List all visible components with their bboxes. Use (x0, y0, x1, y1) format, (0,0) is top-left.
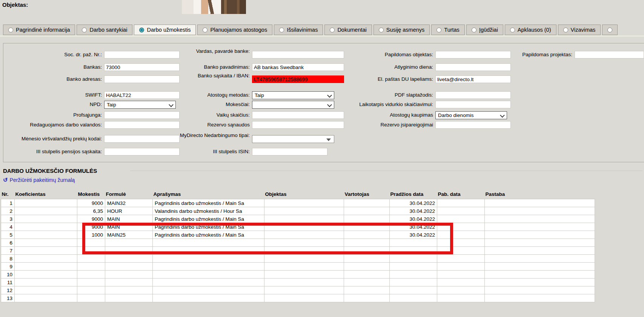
cell-mokestis[interactable] (77, 279, 105, 286)
cell-pab_data[interactable] (437, 286, 485, 294)
cell-objektas[interactable] (264, 255, 344, 263)
cell-pradzios_data[interactable]: 30.04.2022 (390, 207, 437, 215)
cell-koeficientas[interactable] (15, 239, 77, 247)
cell-formule[interactable] (105, 247, 153, 255)
tab-pagrindine-informacija[interactable]: Pagrindinė informacija (3, 25, 75, 35)
cell-pradzios_data[interactable]: 30.04.2022 (390, 231, 437, 239)
cell-objektas[interactable] (264, 215, 344, 223)
cell-formule[interactable]: MAIN (105, 223, 153, 231)
cell-formule[interactable]: MAIN25 (105, 231, 153, 239)
cell-aprasymas[interactable] (153, 286, 264, 294)
tab-dokumentai[interactable]: Dokumentai (324, 25, 372, 35)
cell-aprasymas[interactable] (153, 263, 264, 271)
cell-mokestis[interactable] (77, 239, 105, 247)
changelog-link[interactable]: ↺ Peržiūrėti pakeitimų žurnalą (3, 177, 75, 183)
tab-turtas[interactable]: Turtas (431, 25, 465, 35)
cell-vartotojas[interactable] (344, 247, 390, 255)
tab-darbo-santykiai[interactable]: Darbo santykiai (77, 25, 132, 35)
cell-formule[interactable] (105, 286, 153, 294)
cell-mokestis[interactable] (77, 247, 105, 255)
cell-koeficientas[interactable] (15, 255, 77, 263)
tab-planuojamos-atostogos[interactable]: Planuojamos atostogos (197, 25, 272, 35)
cell-pab_data[interactable] (437, 271, 485, 279)
cell-aprasymas[interactable]: Pagrindinis darbo užmokestis / Main Sa (153, 215, 264, 223)
cell-objektas[interactable] (264, 231, 344, 239)
cell-vartotojas[interactable] (344, 199, 390, 207)
cell-pradzios_data[interactable]: 30.04.2022 (390, 215, 437, 223)
cell-pab_data[interactable] (437, 223, 485, 231)
cell-pastaba[interactable] (485, 215, 595, 223)
cell-pab_data[interactable] (437, 215, 485, 223)
cell-objektas[interactable] (264, 263, 344, 271)
cell-pab_data[interactable] (437, 279, 485, 286)
tab-darbo-uzmokestis[interactable]: Darbo užmokestis (134, 25, 196, 35)
cell-mokestis[interactable]: 9000 (77, 199, 105, 207)
cell-formule[interactable]: MAIN32 (105, 199, 153, 207)
tab-issilavinimas[interactable]: Išsilavinimas (274, 25, 323, 35)
cell-vartotojas[interactable] (344, 239, 390, 247)
cell-objektas[interactable] (264, 207, 344, 215)
cell-pastaba[interactable] (485, 207, 595, 215)
cell-pab_data[interactable] (437, 199, 485, 207)
cell-aprasymas[interactable] (153, 239, 264, 247)
cell-pastaba[interactable] (485, 279, 595, 286)
cell-formule[interactable] (105, 239, 153, 247)
cell-formule[interactable] (105, 279, 153, 286)
cell-koeficientas[interactable] (15, 231, 77, 239)
cell-koeficientas[interactable] (15, 199, 77, 207)
atlyginimo-diena-input[interactable] (435, 63, 511, 71)
cell-pradzios_data[interactable] (390, 239, 437, 247)
cell-koeficientas[interactable] (15, 215, 77, 223)
cell-koeficientas[interactable] (15, 247, 77, 255)
cell-pradzios_data[interactable] (390, 294, 437, 302)
cell-vartotojas[interactable] (344, 263, 390, 271)
cell-pastaba[interactable] (485, 271, 595, 279)
cell-koeficientas[interactable] (15, 271, 77, 279)
cell-pastaba[interactable] (485, 255, 595, 263)
cell-pab_data[interactable] (437, 239, 485, 247)
cell-formule[interactable] (105, 255, 153, 263)
pdf-slaptazodis-input[interactable] (435, 91, 511, 99)
el-pastas-du-lapeliams-input[interactable] (435, 75, 511, 83)
cell-aprasymas[interactable]: Pagrindinis darbo užmokestis / Main Sa (153, 231, 264, 239)
cell-aprasymas[interactable] (153, 279, 264, 286)
cell-pradzios_data[interactable] (390, 271, 437, 279)
cell-aprasymas[interactable] (153, 247, 264, 255)
atostogu-kaupimas-select[interactable]: Darbo dienomis (435, 111, 507, 119)
cell-objektas[interactable] (264, 271, 344, 279)
cell-formule[interactable] (105, 263, 153, 271)
mydirecto-nedarbingumo-tipai-combobox[interactable] (252, 135, 334, 143)
papildomas-projektas-input[interactable] (575, 51, 644, 58)
cell-formule[interactable] (105, 271, 153, 279)
cell-aprasymas[interactable]: Pagrindinis darbo užmokestis / Main Sa (153, 199, 264, 207)
cell-pradzios_data[interactable] (390, 263, 437, 271)
cell-pastaba[interactable] (485, 239, 595, 247)
cell-pab_data[interactable] (437, 207, 485, 215)
cell-formule[interactable] (105, 294, 153, 302)
cell-pastaba[interactable] (485, 223, 595, 231)
cell-aprasymas[interactable] (153, 271, 264, 279)
cell-mokestis[interactable] (77, 286, 105, 294)
cell-aprasymas[interactable] (153, 294, 264, 302)
cell-pab_data[interactable] (437, 294, 485, 302)
cell-mokestis[interactable]: 9000 (77, 223, 105, 231)
cell-aprasymas[interactable]: Pagrindinis darbo užmokestis / Main Sa (153, 223, 264, 231)
cell-objektas[interactable] (264, 223, 344, 231)
laikotarpis-vidurkio-input[interactable] (435, 101, 511, 108)
cell-pastaba[interactable] (485, 199, 595, 207)
iii-stulpelis-isin-input[interactable] (252, 148, 327, 155)
cell-koeficientas[interactable] (15, 294, 77, 302)
cell-vartotojas[interactable] (344, 271, 390, 279)
cell-pradzios_data[interactable] (390, 247, 437, 255)
cell-mokestis[interactable] (77, 271, 105, 279)
cell-koeficientas[interactable] (15, 207, 77, 215)
cell-vartotojas[interactable] (344, 215, 390, 223)
cell-koeficientas[interactable] (15, 286, 77, 294)
cell-pab_data[interactable] (437, 255, 485, 263)
cell-pastaba[interactable] (485, 294, 595, 302)
cell-pab_data[interactable] (437, 231, 485, 239)
cell-mokestis[interactable]: 1000 (77, 231, 105, 239)
cell-objektas[interactable] (264, 199, 344, 207)
cell-vartotojas[interactable] (344, 223, 390, 231)
cell-aprasymas[interactable] (153, 255, 264, 263)
